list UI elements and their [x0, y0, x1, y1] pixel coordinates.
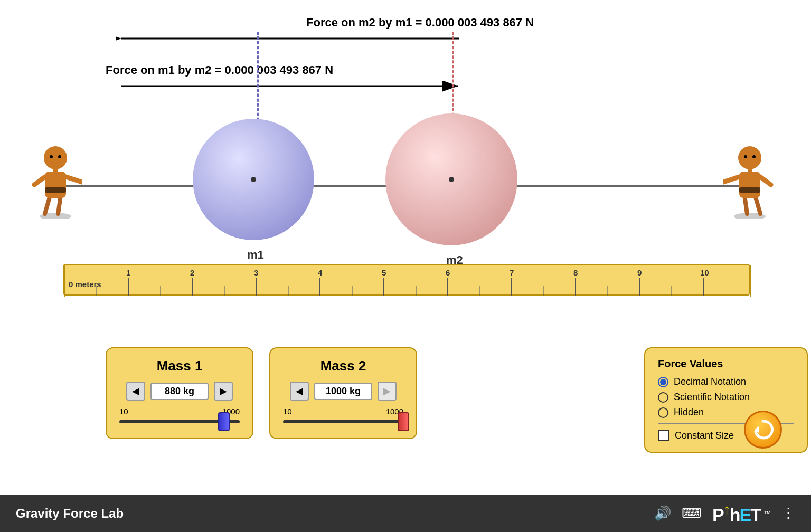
scientific-notation-label: Scientific Notation	[674, 392, 750, 403]
force-values-panel: Force Values Decimal Notation Scientific…	[644, 347, 808, 453]
mass2-slider-thumb[interactable]	[398, 412, 409, 431]
mass2-control-row: ◀ 1000 kg ▶	[283, 382, 403, 401]
svg-text:0 meters: 0 meters	[69, 280, 101, 289]
mass2-slider-labels: 10 1000	[283, 407, 403, 416]
bottom-bar: Gravity Force Lab 🔊 ⌨ P↑hET ™ ⋮	[0, 495, 811, 532]
svg-text:2: 2	[190, 268, 194, 277]
menu-dots-icon[interactable]: ⋮	[781, 505, 795, 521]
svg-point-12	[44, 146, 67, 169]
svg-text:5: 5	[382, 268, 386, 277]
mass2-panel: Mass 2 ◀ 1000 kg ▶ 10 1000	[269, 347, 417, 439]
svg-line-5	[45, 195, 50, 214]
scientific-notation-option[interactable]: Scientific Notation	[658, 392, 794, 403]
hidden-label: Hidden	[674, 407, 704, 418]
scientific-notation-radio[interactable]	[658, 392, 668, 403]
mass2-slider-container: 10 1000	[283, 407, 403, 423]
svg-text:3: 3	[254, 268, 258, 277]
mass1-control-row: ◀ 880 kg ▶	[119, 382, 240, 401]
svg-text:9: 9	[637, 268, 642, 277]
decimal-notation-label: Decimal Notation	[674, 376, 746, 387]
reset-button[interactable]	[744, 411, 782, 449]
constant-size-checkbox[interactable]	[658, 430, 669, 441]
mass1-min-label: 10	[119, 407, 128, 416]
svg-rect-7	[45, 172, 66, 198]
app-title: Gravity Force Lab	[16, 506, 124, 521]
svg-text:6: 6	[446, 268, 450, 277]
simulation-area: Force on m2 by m1 = 0.000 003 493 867 N …	[0, 0, 811, 495]
figure-left	[29, 135, 82, 221]
mass1-slider-track[interactable]	[119, 420, 240, 423]
constant-size-label: Constant Size	[675, 430, 734, 441]
mass1-title: Mass 1	[119, 358, 240, 374]
mass2-min-label: 10	[283, 407, 292, 416]
svg-point-23	[738, 146, 761, 169]
svg-point-14	[58, 155, 61, 158]
svg-line-6	[58, 195, 61, 214]
mass2-slider-track[interactable]	[283, 420, 403, 423]
force-on-m2-label: Force on m2 by m1 = 0.000 003 493 867 N	[306, 16, 534, 30]
svg-line-20	[723, 177, 739, 182]
mass2-title: Mass 2	[283, 358, 403, 374]
phet-text: P↑hET	[712, 501, 760, 525]
m1-label: m1	[247, 248, 264, 262]
svg-rect-18	[739, 172, 760, 198]
bottom-icons: 🔊 ⌨ P↑hET ™ ⋮	[654, 501, 795, 525]
svg-line-17	[744, 195, 747, 214]
mass1-slider-container: 10 1000	[119, 407, 240, 423]
force-values-title: Force Values	[658, 358, 794, 370]
mass1-decrease-button[interactable]: ◀	[126, 382, 145, 401]
ruler: 0 meters 1 2 3 4 5 6 7 8 9 10	[63, 264, 750, 296]
svg-point-24	[752, 155, 756, 158]
sphere-m1[interactable]	[193, 119, 314, 240]
hidden-radio[interactable]	[658, 407, 668, 418]
mass2-increase-button[interactable]: ▶	[378, 382, 397, 401]
svg-point-25	[744, 155, 747, 158]
decimal-notation-option[interactable]: Decimal Notation	[658, 376, 794, 387]
mass2-value: 1000 kg	[314, 383, 372, 400]
sphere-m2[interactable]	[385, 113, 517, 245]
mass2-decrease-button[interactable]: ◀	[290, 382, 309, 401]
sound-icon[interactable]: 🔊	[654, 505, 671, 521]
figure-right	[723, 135, 776, 221]
decimal-notation-radio[interactable]	[658, 377, 668, 387]
svg-line-10	[34, 177, 45, 185]
mass1-increase-button[interactable]: ▶	[214, 382, 233, 401]
svg-text:8: 8	[573, 268, 578, 277]
svg-text:10: 10	[700, 268, 709, 277]
force-arrow-m2	[116, 29, 465, 48]
phet-logo: P↑hET ™	[712, 501, 771, 525]
controls-area: Mass 1 ◀ 880 kg ▶ 10 1000 Mass 2 ◀ 1	[106, 347, 808, 453]
svg-text:4: 4	[318, 268, 323, 277]
svg-text:1: 1	[126, 268, 130, 277]
svg-point-13	[50, 155, 53, 158]
center-dot-m1	[251, 177, 256, 182]
keyboard-icon[interactable]: ⌨	[682, 505, 702, 521]
svg-text:7: 7	[510, 268, 514, 277]
center-dot-m2	[449, 177, 454, 182]
force-on-m1-label: Force on m1 by m2 = 0.000 003 493 867 N	[106, 63, 333, 77]
mass1-value: 880 kg	[150, 383, 209, 400]
svg-line-16	[755, 195, 760, 214]
svg-rect-19	[739, 187, 760, 193]
mass1-panel: Mass 1 ◀ 880 kg ▶ 10 1000	[106, 347, 253, 439]
svg-line-9	[66, 177, 82, 182]
svg-line-21	[760, 177, 771, 185]
phet-tm: ™	[763, 509, 771, 518]
mass1-slider-thumb[interactable]	[218, 412, 230, 431]
force-arrow-m1	[116, 77, 465, 96]
svg-rect-8	[45, 187, 66, 193]
